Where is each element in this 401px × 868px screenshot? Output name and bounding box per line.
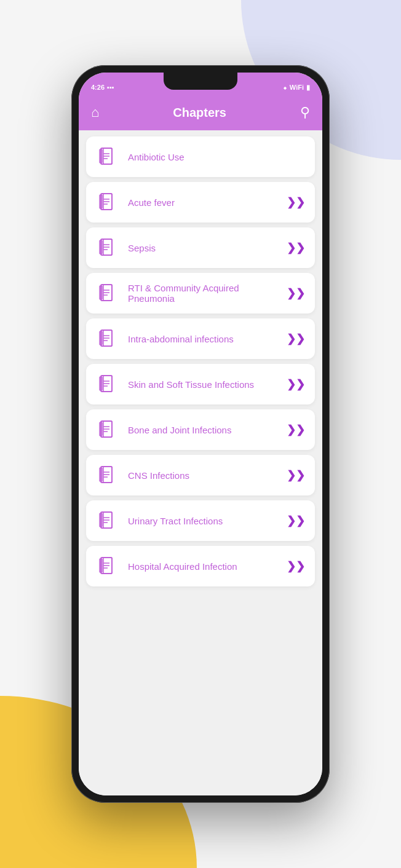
status-left: 4:26 ▪▪▪ bbox=[91, 84, 114, 91]
status-time: 4:26 bbox=[91, 84, 105, 91]
chapter-arrow-icon: ❯❯ bbox=[287, 195, 305, 209]
wifi-icon: WiFi bbox=[290, 84, 304, 91]
chapter-label: CNS Infections bbox=[128, 470, 287, 481]
phone-notch bbox=[164, 73, 237, 90]
chapter-document-icon bbox=[96, 145, 119, 168]
chapter-label: Hospital Acquired Infection bbox=[128, 561, 287, 572]
chapter-document-icon bbox=[96, 509, 119, 532]
chapter-label: Antibiotic Use bbox=[128, 152, 305, 162]
chapter-arrow-icon: ❯❯ bbox=[287, 514, 305, 527]
chapter-list: Antibiotic Use Acute fever❯❯ Sepsis❯❯ RT… bbox=[79, 130, 322, 795]
chapter-item[interactable]: Acute fever❯❯ bbox=[86, 182, 315, 223]
chapter-document-icon bbox=[96, 554, 119, 578]
status-right: ⬥ WiFi ▮ bbox=[283, 84, 310, 92]
chapter-document-icon bbox=[96, 191, 119, 214]
bluetooth-icon: ⬥ bbox=[283, 84, 287, 91]
chapter-document-icon bbox=[96, 236, 119, 259]
chapter-item[interactable]: Sepsis❯❯ bbox=[86, 227, 315, 268]
chapter-label: Bone and Joint Infections bbox=[128, 425, 287, 435]
chapter-document-icon bbox=[96, 373, 119, 396]
chapter-item[interactable]: RTI & Community Acquired Pneumonia❯❯ bbox=[86, 273, 315, 314]
chapter-item[interactable]: CNS Infections❯❯ bbox=[86, 455, 315, 495]
chapter-item[interactable]: Skin and Soft Tissue Infections❯❯ bbox=[86, 364, 315, 404]
battery-icon: ▮ bbox=[306, 84, 310, 92]
chapter-label: Skin and Soft Tissue Infections bbox=[128, 379, 287, 390]
signal-icon: ▪▪▪ bbox=[107, 84, 114, 91]
phone-screen: 4:26 ▪▪▪ ⬥ WiFi ▮ ⌂ Chapters ⚲ Antibiot bbox=[79, 73, 322, 795]
chapter-label: Acute fever bbox=[128, 197, 287, 208]
chapter-label: RTI & Community Acquired Pneumonia bbox=[128, 283, 287, 304]
chapter-document-icon bbox=[96, 418, 119, 441]
phone-frame: 4:26 ▪▪▪ ⬥ WiFi ▮ ⌂ Chapters ⚲ Antibiot bbox=[71, 65, 330, 803]
chapter-document-icon bbox=[96, 464, 119, 487]
home-icon[interactable]: ⌂ bbox=[91, 105, 99, 120]
chapter-arrow-icon: ❯❯ bbox=[287, 241, 305, 254]
chapter-item[interactable]: Urinary Tract Infections❯❯ bbox=[86, 500, 315, 541]
chapter-arrow-icon: ❯❯ bbox=[287, 559, 305, 573]
header-title: Chapters bbox=[173, 106, 226, 120]
chapter-label: Urinary Tract Infections bbox=[128, 516, 287, 526]
chapter-arrow-icon: ❯❯ bbox=[287, 332, 305, 345]
chapter-item[interactable]: Bone and Joint Infections❯❯ bbox=[86, 409, 315, 450]
chapter-item[interactable]: Intra-abdominal infections❯❯ bbox=[86, 318, 315, 359]
chapter-document-icon bbox=[96, 282, 119, 305]
chapter-item[interactable]: Antibiotic Use bbox=[86, 136, 315, 177]
chapter-arrow-icon: ❯❯ bbox=[287, 286, 305, 300]
chapter-label: Intra-abdominal infections bbox=[128, 334, 287, 344]
app-header: ⌂ Chapters ⚲ bbox=[79, 100, 322, 130]
chapter-arrow-icon: ❯❯ bbox=[287, 377, 305, 391]
chapter-arrow-icon: ❯❯ bbox=[287, 423, 305, 436]
chapter-arrow-icon: ❯❯ bbox=[287, 468, 305, 482]
chapter-document-icon bbox=[96, 327, 119, 350]
search-icon[interactable]: ⚲ bbox=[300, 105, 310, 120]
chapter-item[interactable]: Hospital Acquired Infection❯❯ bbox=[86, 546, 315, 586]
chapter-label: Sepsis bbox=[128, 243, 287, 253]
